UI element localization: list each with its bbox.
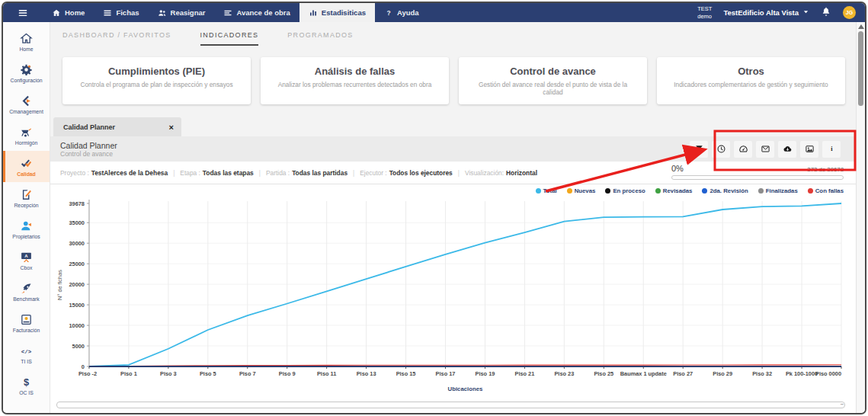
scroll-up-icon[interactable] <box>858 24 864 29</box>
clock-button[interactable] <box>712 141 730 158</box>
sidebar-item-ti-is[interactable]: </>TI IS <box>3 338 50 370</box>
svg-text:A: A <box>24 254 28 258</box>
legend-item-nuevas[interactable]: Nuevas <box>567 187 596 194</box>
legend-label: Con fallas <box>815 187 844 194</box>
image-icon <box>805 144 815 154</box>
svg-text:i: i <box>831 146 833 152</box>
tab-label: Calidad Planner <box>63 123 115 131</box>
sidebar-item-benchmark[interactable]: Benchmark <box>3 276 50 307</box>
sidebar-item-home[interactable]: Home <box>3 26 50 57</box>
card-control-de-avance[interactable]: Control de avanceGestión del avance real… <box>459 57 647 104</box>
card-subtitle: Controla el programa de plan de inspecci… <box>72 81 242 88</box>
bell-icon[interactable] <box>821 6 831 20</box>
menu-button[interactable] <box>3 3 43 22</box>
horizontal-scrollbar[interactable]: − <box>56 402 845 408</box>
close-icon[interactable]: × <box>169 123 174 132</box>
progress-bar <box>671 175 844 180</box>
filter-label: Partida : <box>266 169 290 177</box>
legend-item-en-proceso[interactable]: En proceso <box>605 187 645 194</box>
sidebar-item-facturacion[interactable]: Facturación <box>3 307 50 338</box>
legend-label: En proceso <box>613 187 645 194</box>
topnav-item-reasignar[interactable]: Reasignar <box>149 3 215 22</box>
sidebar-item-label: Cmanagement <box>9 109 43 114</box>
card-title: Otros <box>666 66 836 77</box>
sidebar-item-cmanagement[interactable]: Cmanagement <box>3 88 50 120</box>
svg-text:Baumax 1 update: Baumax 1 update <box>620 370 667 377</box>
legend-item-total[interactable]: Total <box>536 187 557 194</box>
sidebar-item-cbox[interactable]: ACbox <box>3 245 50 276</box>
tab-indicadores[interactable]: INDICADORES <box>200 31 259 46</box>
scrollbar-thumb[interactable] <box>858 31 863 106</box>
card-analisis-de-fallas[interactable]: Análisis de fallasAnalizar los problemas… <box>261 57 449 104</box>
sidebar-item-label: Hormigón <box>15 140 37 146</box>
svg-text:15000: 15000 <box>69 302 85 309</box>
legend-item-con-fallas[interactable]: Con fallas <box>808 187 844 194</box>
workspace-titles: Calidad Planner Control de avance <box>60 141 117 158</box>
tab-dashboard-favoritos[interactable]: DASHBOARD / FAVORITOS <box>62 31 171 46</box>
svg-text:Piso 9: Piso 9 <box>279 370 296 377</box>
card-cumplimientos-pie[interactable]: Cumplimientos (PIE)Controla el programa … <box>62 57 251 104</box>
scroll-right-button[interactable]: − <box>838 402 846 408</box>
page-title: Calidad Planner <box>60 141 117 150</box>
avatar[interactable]: JG <box>843 6 856 19</box>
people-icon <box>158 8 167 18</box>
mail-icon <box>761 144 770 154</box>
svg-text:Piso 15: Piso 15 <box>396 370 416 377</box>
filter-value: Todas las etapas <box>203 169 254 177</box>
top-navbar: HomeFichasReasignarAvance de obraEstadis… <box>3 3 865 22</box>
topnav-item-avance-de-obra[interactable]: Avance de obra <box>214 3 299 22</box>
topnav-item-label: Fichas <box>116 8 139 17</box>
legend-item-2da-revision[interactable]: 2da. Revisión <box>702 187 748 194</box>
environment-line1: TEST <box>697 5 712 13</box>
legend-item-revisadas[interactable]: Revisadas <box>655 187 693 194</box>
card-otros[interactable]: OtrosIndicadores complementarios de gest… <box>657 57 845 104</box>
legend-label: Finalizadas <box>766 187 798 194</box>
tab-calidad-planner[interactable]: Calidad Planner × <box>53 117 181 136</box>
topnav-item-label: Home <box>65 8 85 17</box>
sidebar-item-label: TI IS <box>21 359 31 364</box>
project-selector[interactable]: TestEdificio Alta Vista <box>723 8 809 17</box>
page-subtitle: Control de avance <box>60 150 117 158</box>
mail-button[interactable] <box>756 141 774 158</box>
filter-value: Todos los ejecutores <box>389 169 453 177</box>
cloud-download-button[interactable] <box>778 141 796 158</box>
sidebar-item-hormigon[interactable]: Hormigón <box>3 120 50 151</box>
legend-dot <box>758 188 764 194</box>
info-button[interactable]: i <box>822 141 841 158</box>
app-window: HomeFichasReasignarAvance de obraEstadis… <box>2 2 866 414</box>
filter-button[interactable] <box>690 141 708 158</box>
topnav-item-estadisiticas[interactable]: Estadisiticas <box>299 3 375 22</box>
sidebar-item-calidad[interactable]: Calidad <box>3 151 50 182</box>
sidebar-item-oc-is[interactable]: $OC IS <box>3 370 50 401</box>
topnav-item-fichas[interactable]: Fichas <box>94 3 148 22</box>
vertical-scrollbar[interactable] <box>856 22 865 413</box>
indicator-cards: Cumplimientos (PIE)Controla el programa … <box>62 57 845 104</box>
sidebar-item-configuracion[interactable]: Configuración <box>3 57 50 88</box>
topnav-item-home[interactable]: Home <box>43 3 94 22</box>
legend-dot <box>605 188 610 194</box>
filter-value: Horizontal <box>506 169 537 177</box>
svg-text:Piso -2: Piso -2 <box>78 370 97 377</box>
invoice-icon <box>20 313 33 326</box>
sidebar-item-label: Propietarios <box>12 234 40 239</box>
bars-icon <box>223 8 232 18</box>
sidebar-item-propietarios[interactable]: Propietarios <box>3 213 50 245</box>
sidebar-item-recepcion[interactable]: Recepción <box>3 182 50 213</box>
legend-label: Total <box>543 187 557 194</box>
chart-legend: TotalNuevasEn procesoRevisadas2da. Revis… <box>536 187 844 194</box>
tab-programados[interactable]: PROGRAMADOS <box>287 31 353 46</box>
svg-text:Piso 13: Piso 13 <box>357 370 376 377</box>
svg-text:25000: 25000 <box>69 261 85 267</box>
topnav-right: TEST demo TestEdificio Alta Vista JG <box>697 3 865 22</box>
legend-dot <box>655 188 661 194</box>
rocket-icon <box>20 282 33 295</box>
progress-block: 0% 373 de 39678 <box>671 164 844 180</box>
svg-text:Piso 21: Piso 21 <box>514 370 534 377</box>
gauge-button[interactable] <box>734 141 752 158</box>
image-button[interactable] <box>800 141 818 158</box>
topnav-item-ayuda[interactable]: ?Ayuda <box>375 3 428 22</box>
gear-icon <box>20 63 33 76</box>
legend-dot <box>536 188 541 194</box>
chart-area: TotalNuevasEn procesoRevisadas2da. Revis… <box>50 184 856 402</box>
legend-item-finalizadas[interactable]: Finalizadas <box>758 187 798 194</box>
